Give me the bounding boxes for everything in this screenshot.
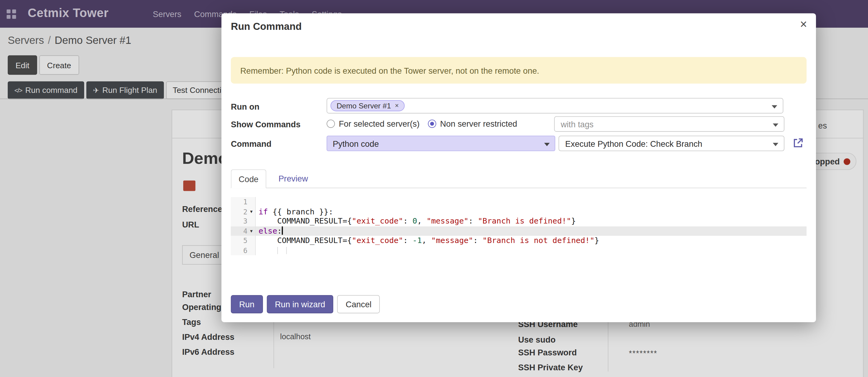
python-warning-alert: Remember: Python code is executed on the… — [231, 57, 807, 83]
caret-down-icon[interactable] — [544, 143, 550, 146]
code-line-1: 1 — [231, 197, 807, 207]
radio-label-for-selected-servers[interactable]: For selected server(s) — [339, 119, 420, 128]
run-on-select[interactable]: Demo Server #1 × — [327, 98, 783, 114]
code-line-5: 5 COMMAND_RESULT={"exit_code": -1, "mess… — [231, 236, 807, 245]
line-number: 2 — [243, 207, 247, 216]
command-value: Execute Python Code: Check Branch — [565, 139, 702, 148]
caret-down-icon[interactable] — [773, 123, 778, 127]
radio-non-server-restricted[interactable] — [428, 120, 436, 128]
code-line-6: 6 — [231, 245, 807, 255]
modal-title: Run Command — [231, 21, 302, 33]
label-show-commands: Show Commands — [231, 120, 300, 129]
external-link-icon[interactable] — [793, 138, 804, 149]
line-number: 6 — [243, 245, 247, 255]
run-command-modal: Run Command × Remember: Python code is e… — [222, 13, 816, 322]
server-chip: Demo Server #1 × — [331, 100, 405, 111]
line-number: 1 — [243, 197, 247, 207]
radio-for-selected-servers[interactable] — [327, 120, 335, 128]
label-run-on: Run on — [231, 102, 259, 111]
indent-guide — [277, 246, 278, 254]
caret-down-icon[interactable] — [773, 143, 778, 146]
server-chip-label: Demo Server #1 — [337, 102, 391, 110]
line-number: 4 — [243, 226, 247, 236]
alert-text: Remember: Python code is executed on the… — [240, 65, 539, 75]
screen: Cetmix Tower Servers Commands Files Tool… — [0, 0, 868, 377]
command-type-value: Python code — [333, 139, 379, 148]
tab-code[interactable]: Code — [231, 169, 266, 188]
chip-remove-icon[interactable]: × — [395, 102, 399, 109]
radio-label-non-server-restricted[interactable]: Non server restricted — [440, 119, 517, 128]
command-type-select[interactable]: Python code — [327, 136, 555, 151]
label-command: Command — [231, 139, 271, 148]
code-line-2: 2▾ if {{ branch }}: — [231, 207, 807, 216]
caret-down-icon[interactable] — [772, 105, 777, 108]
line-number: 5 — [243, 236, 247, 245]
cancel-button[interactable]: Cancel — [337, 295, 380, 313]
indent-guide — [286, 246, 287, 254]
code-editor[interactable]: 1 2▾ if {{ branch }}: 3 COMMAND_RESULT={… — [231, 197, 807, 255]
fold-arrow-icon[interactable]: ▾ — [247, 226, 255, 236]
code-line-4-active: 4▾ else: — [231, 226, 807, 236]
fold-arrow-icon[interactable]: ▾ — [247, 207, 255, 216]
with-tags-placeholder: with tags — [561, 120, 594, 129]
close-icon[interactable]: × — [800, 18, 807, 30]
command-select[interactable]: Execute Python Code: Check Branch — [558, 136, 784, 151]
modal-tabs: Code Preview — [231, 169, 807, 188]
code-line-3: 3 COMMAND_RESULT={"exit_code": 0, "messa… — [231, 216, 807, 226]
line-number: 3 — [243, 216, 247, 226]
text-cursor — [282, 226, 283, 234]
with-tags-select[interactable]: with tags — [554, 116, 785, 132]
tab-preview[interactable]: Preview — [271, 169, 316, 187]
modal-footer: Run Run in wizard Cancel — [231, 295, 379, 313]
run-in-wizard-button[interactable]: Run in wizard — [267, 295, 334, 313]
run-button[interactable]: Run — [231, 295, 262, 313]
